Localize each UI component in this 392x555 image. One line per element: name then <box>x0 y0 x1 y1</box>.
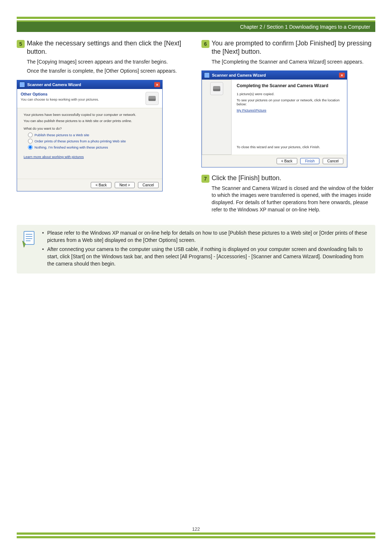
radio-input[interactable] <box>28 145 33 150</box>
step-title: Click the [Finish] button. <box>212 174 375 182</box>
pictures-folder-link[interactable]: My Pictures\Picture <box>237 108 266 112</box>
dialog-header: Other Options You can choose to keep wor… <box>17 89 162 108</box>
close-icon[interactable]: × <box>154 82 160 87</box>
note-item: Please refer to the Windows XP manual or… <box>42 229 370 244</box>
step-number-badge: 5 <box>17 40 25 48</box>
dialog-body: Your pictures have been successfully cop… <box>17 108 162 179</box>
decorative-bar <box>17 536 375 538</box>
step-number-badge: 6 <box>201 40 209 48</box>
dialog-footer: < Back Next > Cancel <box>17 179 162 191</box>
step-title: You are prompted to confirm [Job Finishe… <box>212 39 375 56</box>
step-body-text: Once the transfer is complete, the [Othe… <box>27 68 191 75</box>
finish-button[interactable]: Finish <box>300 158 319 164</box>
note-icon <box>20 230 36 248</box>
dialog-header-subtitle: You can choose to keep working with your… <box>21 97 142 101</box>
step-6: 6 You are prompted to confirm [Job Finis… <box>201 39 375 65</box>
step-number-badge: 7 <box>201 175 209 183</box>
step-body-text: The Scanner and Camera Wizard is closed … <box>212 185 375 213</box>
dialog-title: Scanner and Camera Wizard <box>212 73 266 77</box>
radio-option-order[interactable]: Order prints of these pictures from a ph… <box>28 139 156 143</box>
copied-count-text: 1 picture(s) were copied. <box>237 92 342 96</box>
camera-icon <box>204 72 210 78</box>
camera-icon <box>19 82 25 88</box>
cancel-button[interactable]: Cancel <box>323 158 343 164</box>
camera-icon <box>210 82 223 95</box>
next-button[interactable]: Next > <box>115 182 135 188</box>
radio-label: Nothing. I'm finished working with these… <box>34 145 108 149</box>
radio-label: Publish these pictures to a Web site <box>34 133 89 137</box>
step-body-text: The [Completing the Scanner and Camera W… <box>212 58 375 66</box>
closing-text: To close this wizard and see your pictur… <box>237 145 342 149</box>
radio-label: Order prints of these pictures from a ph… <box>34 139 126 143</box>
two-column-layout: 5 Make the necessary settings and then c… <box>17 39 375 218</box>
note-item: After connecting your camera to the comp… <box>42 246 370 268</box>
decorative-bar <box>17 17 375 19</box>
other-options-dialog: Scanner and Camera Wizard × Other Option… <box>17 80 163 191</box>
chapter-header: Chapter 2 / Section 1 Downloading Images… <box>17 22 375 32</box>
close-icon[interactable]: × <box>339 73 345 78</box>
body-text: To see your pictures on your computer or… <box>237 98 342 106</box>
page: Chapter 2 / Section 1 Downloading Images… <box>0 0 392 555</box>
dialog-main: Completing the Scanner and Camera Wizard… <box>232 80 347 155</box>
step-title: Make the necessary settings and then cli… <box>27 39 191 56</box>
step-body-text: The [Copying Images] screen appears and … <box>27 58 191 66</box>
dialog-header-title: Other Options <box>21 92 142 96</box>
body-text: Your pictures have been successfully cop… <box>24 113 156 117</box>
note-box: Please refer to the Windows XP manual or… <box>17 225 375 273</box>
dialog-header-title: Completing the Scanner and Camera Wizard <box>237 83 342 88</box>
dialog-titlebar: Scanner and Camera Wizard × <box>202 71 347 80</box>
body-text: You can also publish these pictures to a… <box>24 119 156 123</box>
dialog-title: Scanner and Camera Wizard <box>27 82 81 87</box>
radio-option-nothing[interactable]: Nothing. I'm finished working with these… <box>28 145 156 150</box>
radio-input[interactable] <box>28 139 33 143</box>
learn-more-link[interactable]: Learn more about working with pictures <box>24 155 84 159</box>
camera-icon <box>146 92 159 105</box>
dialog-side-graphic <box>202 80 232 155</box>
cancel-button[interactable]: Cancel <box>138 182 159 188</box>
content-area: 5 Make the necessary settings and then c… <box>17 39 375 530</box>
radio-input[interactable] <box>28 133 33 137</box>
radio-option-publish[interactable]: Publish these pictures to a Web site <box>28 133 156 137</box>
step-5: 5 Make the necessary settings and then c… <box>17 39 191 75</box>
svg-rect-0 <box>24 231 34 244</box>
back-button[interactable]: < Back <box>91 182 111 188</box>
dialog-footer: < Back Finish Cancel <box>202 155 347 167</box>
left-column: 5 Make the necessary settings and then c… <box>17 39 191 218</box>
completing-wizard-dialog: Scanner and Camera Wizard × Completing t… <box>201 70 347 167</box>
back-button[interactable]: < Back <box>277 158 297 164</box>
page-number: 122 <box>0 526 392 532</box>
step-7: 7 Click the [Finish] button. The Scanner… <box>201 174 375 213</box>
body-prompt: What do you want to do? <box>24 126 156 130</box>
dialog-titlebar: Scanner and Camera Wizard × <box>17 80 162 89</box>
decorative-bar <box>17 532 375 535</box>
right-column: 6 You are prompted to confirm [Job Finis… <box>201 39 375 218</box>
